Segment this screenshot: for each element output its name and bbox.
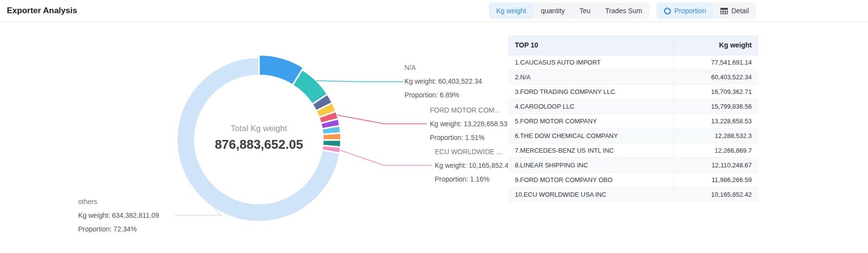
exporter-name-cell: 10.ECU WORLDWIDE USA INC	[508, 187, 673, 202]
total-label: Total Kg weight	[186, 122, 332, 135]
annotation-name: others	[78, 195, 159, 208]
tab-label: Detail	[731, 7, 749, 15]
annotation-kg-weight: Kg weight: 60,403,522.34	[404, 74, 482, 88]
exporter-name-cell: 4.CARGOLOOP LLC	[508, 99, 673, 114]
donut-center-label: Total Kg weight 876,883,652.05	[186, 122, 332, 154]
donut-chart-area: Total Kg weight 876,883,652.05 N/A Kg we…	[0, 22, 510, 253]
kg-weight-cell: 15,799,836.56	[673, 99, 759, 114]
kg-weight-cell: 16,709,362.71	[673, 84, 759, 99]
annotation-proportion: Proportion: 1.51%	[430, 131, 508, 144]
tab-quantity[interactable]: quantity	[533, 2, 572, 19]
table-row: 3.FORD TRADING COMPANY LLC16,709,362.71	[508, 84, 759, 99]
kg-weight-cell: 12,110,248.67	[673, 158, 759, 172]
tab-proportion[interactable]: Proportion	[656, 2, 714, 19]
kg-weight-cell: 12,288,532.3	[673, 128, 759, 143]
kg-weight-cell: 12,266,869.7	[673, 143, 759, 158]
annotation-kg-weight: Kg weight: 10,165,852.42	[435, 159, 512, 172]
table-row: 9.FORD MOTOR COMPANY OBO11,986,266.59	[508, 172, 759, 187]
kg-weight-cell: 11,986,266.59	[673, 172, 759, 187]
exporter-name-cell: 8.LINEAR SHIPPING INC	[508, 158, 673, 172]
exporter-name-cell: 6.THE DOW CHEMICAL COMPANY	[508, 128, 673, 143]
exporter-analysis-panel: Exporter Analysis Kg weight quantity Teu…	[0, 0, 868, 253]
view-tab-group: Proportion Detail	[656, 2, 756, 19]
exporter-name-cell: 2.N/A	[508, 69, 673, 84]
table-row: 2.N/A60,403,522.34	[508, 69, 759, 84]
table-row: 4.CARGOLOOP LLC15,799,836.56	[508, 99, 759, 114]
panel-header: Exporter Analysis Kg weight quantity Teu…	[0, 0, 868, 22]
annotation-ford-motor: FORD MOTOR COM... Kg weight: 13,228,658.…	[430, 103, 508, 144]
label-leader-line-3	[340, 150, 432, 165]
tab-bar: Kg weight quantity Teu Trades Sum Propor…	[489, 2, 756, 19]
top10-table-header-row: TOP 10 Kg weight	[508, 35, 759, 55]
pie-chart-icon	[664, 7, 671, 15]
label-leader-line-2	[337, 115, 427, 124]
annotation-proportion: Proportion: 72.34%	[78, 222, 159, 236]
table-row: 6.THE DOW CHEMICAL COMPANY12,288,532.3	[508, 128, 759, 143]
tab-label: Proportion	[675, 7, 706, 15]
exporter-name-cell: 9.FORD MOTOR COMPANY OBO	[508, 172, 673, 187]
annotation-name: ECU WORLDWIDE ...	[435, 145, 512, 159]
annotation-others: others Kg weight: 634,382,811.09 Proport…	[78, 195, 159, 236]
kg-weight-cell: 10,165,852.42	[673, 187, 759, 202]
exporter-name-cell: 1.CAUCASUS AUTO IMPORT	[508, 55, 673, 69]
label-leader-line-4	[175, 207, 221, 215]
page-title: Exporter Analysis	[7, 6, 77, 16]
top10-header: TOP 10	[508, 35, 673, 55]
annotation-proportion: Proportion: 6.89%	[404, 88, 482, 102]
kg-weight-header: Kg weight	[673, 35, 759, 55]
annotation-na: N/A Kg weight: 60,403,522.34 Proportion:…	[404, 61, 482, 102]
annotation-name: FORD MOTOR COM...	[430, 103, 508, 117]
tab-label: Teu	[579, 7, 591, 15]
table-grid-icon	[720, 8, 728, 14]
exporter-name-cell: 5.FORD MOTOR COMPANY	[508, 114, 673, 128]
tab-detail[interactable]: Detail	[713, 2, 756, 19]
kg-weight-cell: 13,228,658.53	[673, 114, 759, 128]
exporter-name-cell: 7.MERCEDES-BENZ US INTL INC	[508, 143, 673, 158]
annotation-name: N/A	[404, 61, 482, 74]
tab-kg-weight[interactable]: Kg weight	[489, 2, 533, 19]
metric-tab-group: Kg weight quantity Teu Trades Sum	[489, 2, 650, 19]
tab-label: quantity	[541, 7, 565, 15]
total-value: 876,883,652.05	[186, 135, 332, 154]
top10-table: TOP 10 Kg weight 1.CAUCASUS AUTO IMPORT7…	[508, 35, 759, 202]
tab-label: Trades Sum	[605, 7, 642, 15]
kg-weight-cell: 77,541,691.14	[673, 55, 759, 69]
label-leader-line-1	[316, 81, 403, 82]
table-row: 7.MERCEDES-BENZ US INTL INC12,266,869.7	[508, 143, 759, 158]
annotation-proportion: Proportion: 1.16%	[435, 172, 512, 186]
table-row: 5.FORD MOTOR COMPANY13,228,658.53	[508, 114, 759, 128]
table-row: 10.ECU WORLDWIDE USA INC10,165,852.42	[508, 187, 759, 202]
kg-weight-cell: 60,403,522.34	[673, 69, 759, 84]
tab-label: Kg weight	[496, 7, 526, 15]
table-row: 8.LINEAR SHIPPING INC12,110,248.67	[508, 158, 759, 172]
table-row: 1.CAUCASUS AUTO IMPORT77,541,691.14	[508, 55, 759, 69]
annotation-kg-weight: Kg weight: 634,382,811.09	[78, 208, 159, 222]
tab-teu[interactable]: Teu	[572, 2, 598, 19]
exporter-name-cell: 3.FORD TRADING COMPANY LLC	[508, 84, 673, 99]
annotation-kg-weight: Kg weight: 13,228,658.53	[430, 117, 508, 131]
annotation-ecu-worldwide: ECU WORLDWIDE ... Kg weight: 10,165,852.…	[435, 145, 512, 186]
tab-trades-sum[interactable]: Trades Sum	[598, 2, 650, 19]
